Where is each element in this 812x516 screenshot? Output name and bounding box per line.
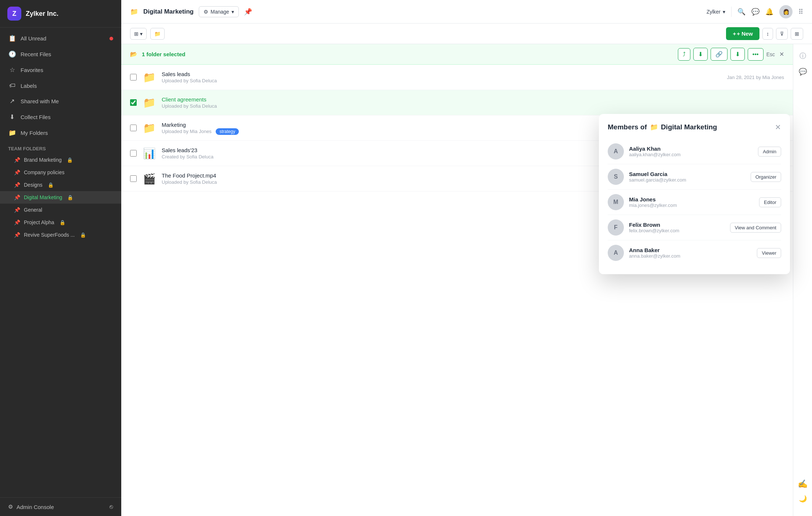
all-unread-icon: 📋 (8, 35, 16, 42)
sort-button[interactable]: ↕ (762, 28, 773, 40)
view-options-button[interactable]: ⊞ (791, 28, 803, 40)
file-icon-marketing: 📁 (142, 121, 157, 135)
modal-folder-icon: 📁 (650, 123, 658, 131)
favorites-icon: ☆ (8, 66, 16, 74)
role-badge-felix-brown[interactable]: View and Comment (730, 223, 781, 233)
role-badge-anna-baker[interactable]: Viewer (757, 248, 781, 258)
file-icon-sales-leads: 📁 (142, 70, 157, 85)
role-badge-mia-jones[interactable]: Editor (759, 197, 781, 207)
file-row-client-agreements: 📁 Client agreements Uploaded by Sofia De… (121, 90, 793, 115)
lock-icon: 🔒 (67, 195, 73, 200)
right-panel: ⓘ 💬 ✍ 🌙 (793, 44, 812, 516)
admin-icon: ⚙ (8, 504, 13, 510)
modal-folder-name: Digital Marketing (661, 123, 717, 131)
lock-icon: 🔒 (80, 232, 86, 238)
member-name-felix-brown: Felix Brown (629, 222, 725, 228)
team-item-general[interactable]: 📌 General (0, 204, 121, 216)
comments-icon[interactable]: 💬 (799, 68, 807, 76)
team-item-label: Designs (24, 182, 43, 188)
file-checkbox-food-project[interactable] (130, 175, 137, 182)
share-button[interactable]: ⤴ (678, 48, 690, 61)
pin-icon: 📌 (14, 169, 20, 175)
main-content: 📁 Digital Marketing ⚙ Manage ▾ 📌 Zylker … (121, 0, 812, 516)
new-folder-button[interactable]: 📁 (150, 28, 165, 40)
move-button[interactable]: ⬇ (693, 48, 708, 61)
pin-icon: 📌 (14, 182, 20, 188)
pin-button[interactable]: 📌 (244, 8, 252, 16)
member-info-felix-brown: Felix Brown felix.brown@zylker.com (629, 222, 725, 233)
sidebar-item-shared-with-me[interactable]: ↗ Shared with Me (0, 93, 121, 109)
external-link-icon: ⎋ (109, 504, 113, 510)
chat-icon[interactable]: 💬 (751, 8, 759, 16)
download-button[interactable]: ⬇ (730, 48, 745, 61)
member-email-felix-brown: felix.brown@zylker.com (629, 228, 725, 233)
search-icon[interactable]: 🔍 (737, 8, 745, 16)
user-menu-button[interactable]: Zylker ▾ (707, 9, 725, 15)
sidebar-item-label: My Folders (21, 130, 48, 136)
info-icon[interactable]: ⓘ (800, 51, 806, 60)
filter-icon: ⊽ (780, 31, 784, 37)
members-modal: Members of 📁 Digital Marketing ✕ A Aaliy… (599, 114, 790, 274)
role-badge-samuel-garcia[interactable]: Organizer (751, 172, 781, 182)
team-item-revive-superfoods[interactable]: 📌 Revive SuperFoods ... 🔒 (0, 229, 121, 241)
layout-icon: ⊞ (134, 31, 139, 37)
team-item-label: Project Alpha (24, 219, 54, 225)
members-list: A Aaliya Khan aaliya.khan@zylker.com Adm… (608, 139, 781, 265)
file-checkbox-sales-leads-23[interactable] (130, 150, 137, 157)
link-button[interactable]: 🔗 (711, 48, 727, 61)
member-avatar-mia-jones: M (608, 194, 624, 210)
file-checkbox-client-agreements[interactable] (130, 99, 137, 106)
team-item-brand-marketing[interactable]: 📌 Brand Marketing 🔒 (0, 154, 121, 166)
team-item-designs[interactable]: 📌 Designs 🔒 (0, 179, 121, 191)
toolbar: ⊞ ▾ 📁 + + New ↕ ⊽ ⊞ (121, 24, 812, 44)
modal-close-button[interactable]: ✕ (775, 123, 781, 132)
team-item-digital-marketing[interactable]: 📌 Digital Marketing 🔒 (0, 191, 121, 204)
sidebar-item-favorites[interactable]: ☆ Favorites (0, 62, 121, 78)
folder-icon: 📁 (154, 31, 161, 37)
sidebar-logo: Z Zylker Inc. (0, 0, 121, 28)
bell-icon[interactable]: 🔔 (765, 8, 773, 16)
team-item-company-policies[interactable]: 📌 Company policies (0, 166, 121, 179)
content-area: 📂 1 folder selected ⤴ ⬇ 🔗 ⬇ ••• Esc ✕ 📁 (121, 44, 812, 516)
sidebar-item-label: Labels (21, 83, 37, 89)
selection-folder-icon: 📂 (130, 51, 137, 58)
user-avatar[interactable]: 👩 (779, 5, 793, 18)
file-checkbox-sales-leads[interactable] (130, 74, 137, 80)
member-info-samuel-garcia: Samuel Garcia samuel.garcia@zylker.com (629, 171, 745, 183)
dark-mode-icon[interactable]: 🌙 (799, 495, 807, 503)
member-name-samuel-garcia: Samuel Garcia (629, 171, 745, 177)
sidebar-item-label: All Unread (21, 35, 46, 42)
team-folders-label: Team Folders (0, 141, 121, 154)
new-button[interactable]: + + New (726, 27, 759, 40)
close-selection-button[interactable]: ✕ (779, 51, 784, 58)
team-item-project-alpha[interactable]: 📌 Project Alpha 🔒 (0, 216, 121, 229)
sidebar-item-recent-files[interactable]: 🕐 Recent Files (0, 46, 121, 62)
admin-console-footer[interactable]: ⚙ Admin Console ⎋ (0, 497, 121, 516)
sidebar-item-collect-files[interactable]: ⬇ Collect Files (0, 109, 121, 125)
topbar-divider (731, 7, 732, 17)
member-avatar-aaliya-khan: A (608, 143, 624, 160)
role-badge-aaliya-khan[interactable]: Admin (758, 147, 781, 157)
sidebar-nav: 📋 All Unread 🕐 Recent Files ☆ Favorites … (0, 28, 121, 497)
pin-icon: 📌 (14, 157, 20, 163)
signature-icon[interactable]: ✍ (798, 479, 808, 489)
member-row-felix-brown: F Felix Brown felix.brown@zylker.com Vie… (608, 215, 781, 240)
manage-button[interactable]: ⚙ Manage ▾ (199, 6, 239, 17)
member-row-aaliya-khan: A Aaliya Khan aaliya.khan@zylker.com Adm… (608, 139, 781, 164)
layout-button[interactable]: ⊞ ▾ (130, 28, 147, 40)
sidebar-item-label: Favorites (21, 67, 43, 73)
sidebar-item-my-folders[interactable]: 📁 My Folders (0, 125, 121, 141)
user-chevron-icon: ▾ (723, 9, 725, 15)
more-button[interactable]: ••• (748, 48, 764, 61)
apps-grid-icon[interactable]: ⠿ (798, 8, 803, 16)
sidebar-item-all-unread[interactable]: 📋 All Unread (0, 31, 121, 46)
filter-button[interactable]: ⊽ (776, 28, 788, 40)
file-checkbox-marketing[interactable] (130, 125, 137, 131)
sidebar-item-labels[interactable]: 🏷 Labels (0, 78, 121, 93)
unread-badge (109, 37, 113, 40)
file-icon-sales-leads-23: 📊 (142, 146, 157, 161)
pin-icon: 📌 (14, 232, 20, 238)
dropdown-arrow-icon: ▾ (140, 31, 143, 37)
sort-icon: ↕ (766, 31, 769, 37)
member-email-anna-baker: anna.baker@zylker.com (629, 253, 752, 259)
